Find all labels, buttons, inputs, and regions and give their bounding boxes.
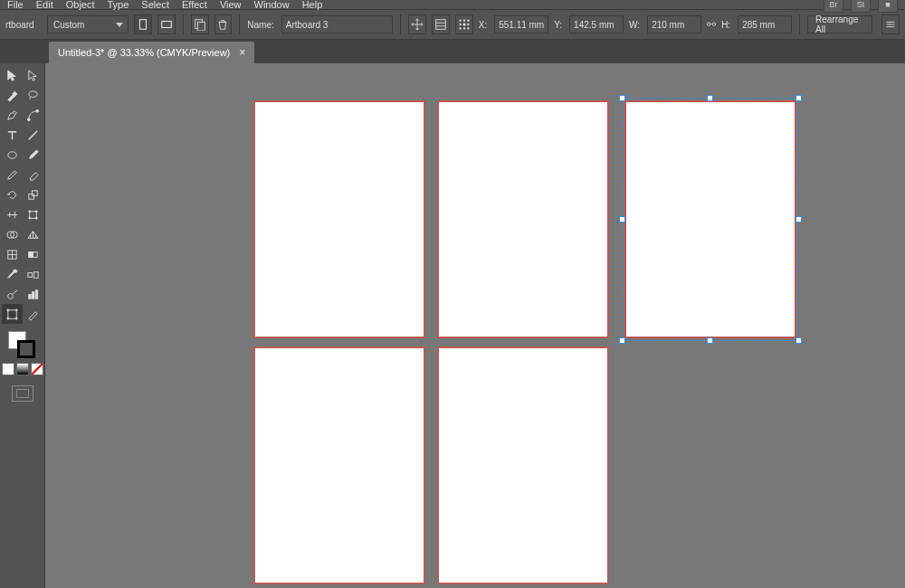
width-tool[interactable] (2, 204, 23, 224)
svg-point-24 (35, 210, 37, 212)
artboard-1[interactable] (253, 100, 425, 338)
artboard-name-input[interactable] (286, 20, 388, 30)
h-field[interactable] (738, 15, 792, 33)
rotate-tool[interactable] (2, 185, 23, 204)
stroke-swatch[interactable] (17, 340, 35, 358)
constrain-proportions-button[interactable]: ⚯ (707, 18, 716, 31)
symbol-sprayer-tool[interactable] (2, 284, 23, 304)
svg-rect-0 (139, 20, 146, 30)
menu-window[interactable]: Window (254, 0, 290, 10)
artboard-5[interactable] (437, 346, 609, 584)
selection-tool[interactable] (2, 65, 23, 85)
resize-handle-tl[interactable] (619, 95, 625, 101)
menu-file[interactable]: File (7, 0, 24, 10)
free-transform-tool[interactable] (23, 204, 43, 224)
pencil-tool[interactable] (2, 165, 23, 185)
options-icon (434, 18, 447, 31)
canvas[interactable] (45, 63, 905, 588)
h-input[interactable] (742, 20, 787, 30)
menu-view[interactable]: View (220, 0, 242, 10)
ellipse-tool[interactable] (2, 145, 23, 165)
menu-select[interactable]: Select (141, 0, 169, 10)
move-artwork-icon (411, 18, 424, 31)
svg-point-23 (28, 210, 30, 212)
color-mode-gradient[interactable] (16, 363, 29, 375)
resize-handle-ml[interactable] (619, 216, 625, 223)
pen-tool[interactable] (2, 105, 23, 125)
artboard-3[interactable] (624, 100, 796, 338)
y-field[interactable] (569, 15, 624, 33)
document-tab-bar: Untitled-3* @ 33.33% (CMYK/Preview) × (0, 40, 905, 63)
x-input[interactable] (499, 20, 544, 30)
resize-handle-bc[interactable] (707, 337, 713, 344)
arrange-documents-icon[interactable]: ■ (878, 0, 898, 13)
color-mode-solid[interactable] (2, 363, 14, 375)
new-artboard-icon (194, 18, 206, 31)
mesh-tool[interactable] (2, 244, 23, 264)
resize-handle-br[interactable] (795, 337, 802, 344)
artboard-4[interactable] (253, 346, 425, 584)
color-mode-none[interactable] (31, 363, 43, 375)
curvature-tool[interactable] (23, 105, 43, 125)
direct-selection-tool[interactable] (23, 65, 43, 85)
artboard-options-button[interactable] (432, 14, 450, 34)
perspective-grid-tool[interactable] (23, 224, 43, 244)
shape-builder-tool[interactable] (2, 224, 23, 244)
document-tab-close-button[interactable]: × (239, 46, 245, 59)
blend-tool[interactable] (23, 264, 43, 284)
stock-icon[interactable]: St (851, 0, 871, 13)
menu-object[interactable]: Object (66, 0, 95, 10)
move-artwork-toggle[interactable] (408, 14, 426, 34)
bridge-icon[interactable]: Br (824, 0, 843, 13)
artboard-name-field[interactable] (281, 15, 393, 33)
tools-panel (0, 63, 45, 588)
svg-point-13 (459, 27, 461, 29)
w-field[interactable] (647, 15, 701, 33)
resize-handle-tc[interactable] (707, 95, 713, 101)
lasso-tool[interactable] (23, 85, 43, 105)
svg-rect-35 (32, 291, 33, 299)
type-tool[interactable] (2, 125, 23, 145)
artboard-tool[interactable] (2, 304, 23, 324)
slice-tool[interactable] (23, 304, 43, 324)
resize-handle-mr[interactable] (795, 216, 802, 223)
svg-point-17 (35, 109, 38, 112)
y-input[interactable] (574, 20, 619, 30)
column-graph-tool[interactable] (23, 284, 43, 304)
svg-point-7 (459, 19, 461, 21)
w-input[interactable] (652, 20, 697, 30)
menu-type[interactable]: Type (108, 0, 129, 10)
line-segment-tool[interactable] (23, 125, 43, 145)
screen-mode-button[interactable] (12, 385, 33, 402)
eyedropper-tool[interactable] (2, 264, 23, 284)
w-label: W: (629, 20, 640, 30)
x-field[interactable] (494, 15, 548, 33)
document-tab[interactable]: Untitled-3* @ 33.33% (CMYK/Preview) × (49, 42, 254, 63)
menu-flyout-icon (884, 18, 897, 31)
portrait-orientation-button[interactable] (134, 14, 152, 34)
fill-stroke-swatches[interactable] (6, 329, 39, 360)
paintbrush-tool[interactable] (23, 145, 43, 165)
svg-rect-21 (32, 190, 37, 195)
rearrange-all-button[interactable]: Rearrange All (807, 15, 872, 33)
menu-edit[interactable]: Edit (36, 0, 53, 10)
scale-tool[interactable] (23, 185, 43, 204)
reference-point-selector[interactable] (455, 14, 473, 34)
control-bar: rtboard Custom Name: X: Y: W: ⚯ H: R (0, 9, 905, 40)
new-artboard-button[interactable] (191, 14, 209, 34)
resize-handle-tr[interactable] (795, 95, 802, 101)
magic-wand-tool[interactable] (2, 85, 23, 105)
delete-artboard-button[interactable] (214, 14, 233, 34)
svg-point-19 (7, 151, 15, 158)
eraser-tool[interactable] (23, 165, 43, 185)
resize-handle-bl[interactable] (619, 337, 625, 344)
artboard-2[interactable] (437, 100, 609, 338)
artboard-preset-select[interactable]: Custom (47, 15, 129, 33)
landscape-orientation-button[interactable] (157, 14, 176, 34)
menu-help[interactable]: Help (302, 0, 323, 10)
svg-rect-32 (27, 272, 32, 277)
control-bar-menu-button[interactable] (881, 14, 900, 34)
svg-rect-34 (28, 294, 30, 299)
menu-effect[interactable]: Effect (182, 0, 207, 10)
gradient-tool[interactable] (23, 244, 43, 264)
